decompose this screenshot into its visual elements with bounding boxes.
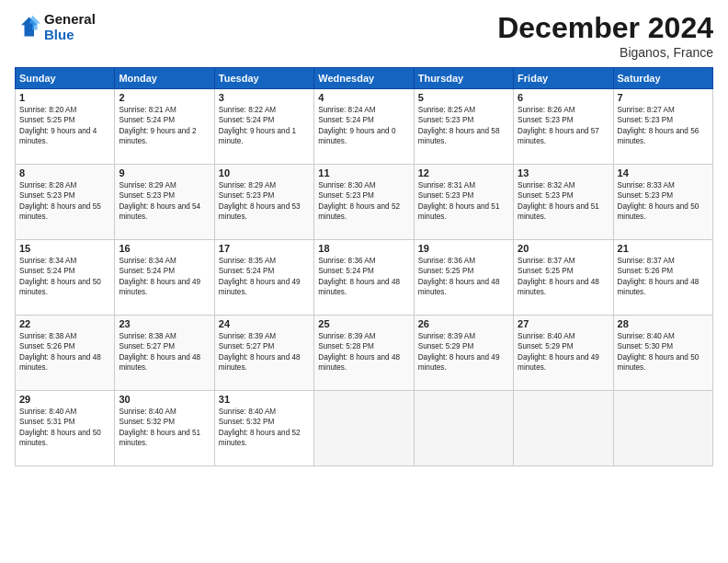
day-number: 28 bbox=[618, 318, 709, 329]
day-info: Sunrise: 8:40 AMSunset: 5:30 PMDaylight:… bbox=[618, 331, 709, 373]
day-info: Sunrise: 8:39 AMSunset: 5:29 PMDaylight:… bbox=[418, 331, 509, 373]
day-info: Sunrise: 8:29 AMSunset: 5:23 PMDaylight:… bbox=[119, 180, 210, 223]
calendar-row: 29 Sunrise: 8:40 AMSunset: 5:31 PMDaylig… bbox=[16, 391, 713, 466]
day-info: Sunrise: 8:20 AMSunset: 5:25 PMDaylight:… bbox=[19, 105, 110, 147]
col-friday: Friday bbox=[514, 68, 613, 89]
calendar-cell: 26 Sunrise: 8:39 AMSunset: 5:29 PMDaylig… bbox=[414, 316, 513, 391]
day-number: 18 bbox=[318, 243, 409, 254]
day-info: Sunrise: 8:40 AMSunset: 5:31 PMDaylight:… bbox=[19, 407, 110, 449]
calendar-cell: 18 Sunrise: 8:36 AMSunset: 5:24 PMDaylig… bbox=[314, 240, 414, 316]
calendar-cell bbox=[314, 391, 414, 466]
day-number: 17 bbox=[219, 243, 310, 254]
day-number: 22 bbox=[19, 318, 110, 329]
day-info: Sunrise: 8:38 AMSunset: 5:26 PMDaylight:… bbox=[19, 331, 110, 373]
day-info: Sunrise: 8:26 AMSunset: 5:23 PMDaylight:… bbox=[518, 105, 609, 147]
calendar-cell: 19 Sunrise: 8:36 AMSunset: 5:25 PMDaylig… bbox=[414, 240, 513, 316]
day-info: Sunrise: 8:25 AMSunset: 5:23 PMDaylight:… bbox=[418, 105, 509, 147]
day-number: 10 bbox=[219, 167, 310, 178]
calendar-table: Sunday Monday Tuesday Wednesday Thursday… bbox=[15, 67, 713, 466]
calendar-cell: 28 Sunrise: 8:40 AMSunset: 5:30 PMDaylig… bbox=[613, 316, 712, 391]
calendar-cell: 24 Sunrise: 8:39 AMSunset: 5:27 PMDaylig… bbox=[214, 316, 313, 391]
calendar-cell: 22 Sunrise: 8:38 AMSunset: 5:26 PMDaylig… bbox=[16, 316, 115, 391]
calendar-cell: 7 Sunrise: 8:27 AMSunset: 5:23 PMDayligh… bbox=[613, 89, 712, 165]
header: General Blue December 2024 Biganos, Fran… bbox=[15, 11, 713, 60]
day-number: 13 bbox=[518, 167, 609, 178]
day-info: Sunrise: 8:40 AMSunset: 5:32 PMDaylight:… bbox=[219, 407, 310, 449]
calendar-cell: 27 Sunrise: 8:40 AMSunset: 5:29 PMDaylig… bbox=[514, 316, 613, 391]
col-thursday: Thursday bbox=[414, 68, 513, 89]
day-number: 3 bbox=[219, 92, 310, 103]
day-info: Sunrise: 8:37 AMSunset: 5:26 PMDaylight:… bbox=[618, 256, 709, 298]
month-title: December 2024 bbox=[497, 11, 713, 45]
day-info: Sunrise: 8:40 AMSunset: 5:29 PMDaylight:… bbox=[518, 331, 609, 373]
calendar-cell: 23 Sunrise: 8:38 AMSunset: 5:27 PMDaylig… bbox=[115, 316, 214, 391]
logo-text: General Blue bbox=[44, 11, 96, 42]
calendar-cell: 5 Sunrise: 8:25 AMSunset: 5:23 PMDayligh… bbox=[414, 89, 513, 165]
day-info: Sunrise: 8:35 AMSunset: 5:24 PMDaylight:… bbox=[219, 256, 310, 298]
day-number: 2 bbox=[119, 92, 210, 103]
day-number: 16 bbox=[119, 243, 210, 254]
day-info: Sunrise: 8:29 AMSunset: 5:23 PMDaylight:… bbox=[219, 180, 310, 223]
calendar-cell: 13 Sunrise: 8:32 AMSunset: 5:23 PMDaylig… bbox=[514, 165, 613, 240]
day-number: 1 bbox=[19, 92, 110, 103]
calendar-row: 8 Sunrise: 8:28 AMSunset: 5:23 PMDayligh… bbox=[16, 165, 713, 240]
day-number: 31 bbox=[219, 394, 310, 405]
day-number: 5 bbox=[418, 92, 509, 103]
logo: General Blue bbox=[15, 11, 96, 42]
day-number: 15 bbox=[19, 243, 110, 254]
calendar-cell: 17 Sunrise: 8:35 AMSunset: 5:24 PMDaylig… bbox=[214, 240, 313, 316]
calendar-cell: 14 Sunrise: 8:33 AMSunset: 5:23 PMDaylig… bbox=[613, 165, 712, 240]
day-info: Sunrise: 8:37 AMSunset: 5:25 PMDaylight:… bbox=[518, 256, 609, 298]
day-info: Sunrise: 8:38 AMSunset: 5:27 PMDaylight:… bbox=[119, 331, 210, 373]
calendar-cell: 21 Sunrise: 8:37 AMSunset: 5:26 PMDaylig… bbox=[613, 240, 712, 316]
header-row: Sunday Monday Tuesday Wednesday Thursday… bbox=[16, 68, 713, 89]
calendar-cell: 4 Sunrise: 8:24 AMSunset: 5:24 PMDayligh… bbox=[314, 89, 414, 165]
day-number: 21 bbox=[618, 243, 709, 254]
day-info: Sunrise: 8:21 AMSunset: 5:24 PMDaylight:… bbox=[119, 105, 210, 147]
day-number: 23 bbox=[119, 318, 210, 329]
calendar-cell: 31 Sunrise: 8:40 AMSunset: 5:32 PMDaylig… bbox=[214, 391, 313, 466]
day-info: Sunrise: 8:32 AMSunset: 5:23 PMDaylight:… bbox=[518, 180, 609, 223]
calendar-cell: 29 Sunrise: 8:40 AMSunset: 5:31 PMDaylig… bbox=[16, 391, 115, 466]
calendar-cell: 3 Sunrise: 8:22 AMSunset: 5:24 PMDayligh… bbox=[214, 89, 313, 165]
col-wednesday: Wednesday bbox=[314, 68, 414, 89]
logo-icon bbox=[15, 14, 40, 40]
day-info: Sunrise: 8:39 AMSunset: 5:27 PMDaylight:… bbox=[219, 331, 310, 373]
calendar-cell: 25 Sunrise: 8:39 AMSunset: 5:28 PMDaylig… bbox=[314, 316, 414, 391]
calendar-cell bbox=[613, 391, 712, 466]
day-number: 11 bbox=[318, 167, 409, 178]
col-monday: Monday bbox=[115, 68, 214, 89]
calendar-cell: 1 Sunrise: 8:20 AMSunset: 5:25 PMDayligh… bbox=[16, 89, 115, 165]
calendar-cell: 8 Sunrise: 8:28 AMSunset: 5:23 PMDayligh… bbox=[16, 165, 115, 240]
page: General Blue December 2024 Biganos, Fran… bbox=[0, 0, 728, 563]
day-info: Sunrise: 8:33 AMSunset: 5:23 PMDaylight:… bbox=[618, 180, 709, 223]
day-number: 19 bbox=[418, 243, 509, 254]
day-number: 25 bbox=[318, 318, 409, 329]
day-number: 7 bbox=[618, 92, 709, 103]
calendar-row: 22 Sunrise: 8:38 AMSunset: 5:26 PMDaylig… bbox=[16, 316, 713, 391]
day-info: Sunrise: 8:36 AMSunset: 5:25 PMDaylight:… bbox=[418, 256, 509, 298]
location: Biganos, France bbox=[497, 45, 713, 60]
day-info: Sunrise: 8:28 AMSunset: 5:23 PMDaylight:… bbox=[19, 180, 110, 223]
calendar-cell bbox=[414, 391, 513, 466]
calendar-cell bbox=[514, 391, 613, 466]
day-number: 6 bbox=[518, 92, 609, 103]
day-number: 20 bbox=[518, 243, 609, 254]
col-sunday: Sunday bbox=[16, 68, 115, 89]
calendar-cell: 15 Sunrise: 8:34 AMSunset: 5:24 PMDaylig… bbox=[16, 240, 115, 316]
day-number: 26 bbox=[418, 318, 509, 329]
calendar-row: 1 Sunrise: 8:20 AMSunset: 5:25 PMDayligh… bbox=[16, 89, 713, 165]
day-info: Sunrise: 8:34 AMSunset: 5:24 PMDaylight:… bbox=[119, 256, 210, 298]
day-info: Sunrise: 8:39 AMSunset: 5:28 PMDaylight:… bbox=[318, 331, 409, 373]
day-info: Sunrise: 8:34 AMSunset: 5:24 PMDaylight:… bbox=[19, 256, 110, 298]
calendar-cell: 9 Sunrise: 8:29 AMSunset: 5:23 PMDayligh… bbox=[115, 165, 214, 240]
col-saturday: Saturday bbox=[613, 68, 712, 89]
title-block: December 2024 Biganos, France bbox=[497, 11, 713, 60]
day-number: 4 bbox=[318, 92, 409, 103]
day-number: 29 bbox=[19, 394, 110, 405]
calendar-row: 15 Sunrise: 8:34 AMSunset: 5:24 PMDaylig… bbox=[16, 240, 713, 316]
calendar-cell: 10 Sunrise: 8:29 AMSunset: 5:23 PMDaylig… bbox=[214, 165, 313, 240]
calendar-cell: 30 Sunrise: 8:40 AMSunset: 5:32 PMDaylig… bbox=[115, 391, 214, 466]
calendar-cell: 20 Sunrise: 8:37 AMSunset: 5:25 PMDaylig… bbox=[514, 240, 613, 316]
day-number: 9 bbox=[119, 167, 210, 178]
